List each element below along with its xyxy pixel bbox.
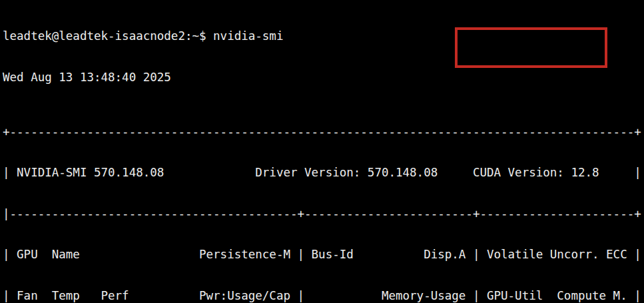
gpu-table-header-separator: |---------------------------------------… — [3, 207, 644, 221]
gpu-table-top-border: +---------------------------------------… — [3, 125, 644, 139]
terminal-window: leadtek@leadtek-isaacnode2:~$ nvidia-smi… — [0, 0, 644, 303]
prompt-line: leadtek@leadtek-isaacnode2:~$ nvidia-smi — [3, 29, 644, 43]
smi-version-header-line: | NVIDIA-SMI 570.148.08 Driver Version: … — [3, 166, 644, 180]
gpu-table-column-header-2: | Fan Temp Perf Pwr:Usage/Cap | Memory-U… — [3, 289, 644, 303]
terminal-output[interactable]: leadtek@leadtek-isaacnode2:~$ nvidia-smi… — [0, 0, 644, 303]
gpu-table-column-header-1: | GPU Name Persistence-M | Bus-Id Disp.A… — [3, 248, 644, 262]
timestamp-line: Wed Aug 13 13:48:40 2025 — [3, 71, 644, 85]
